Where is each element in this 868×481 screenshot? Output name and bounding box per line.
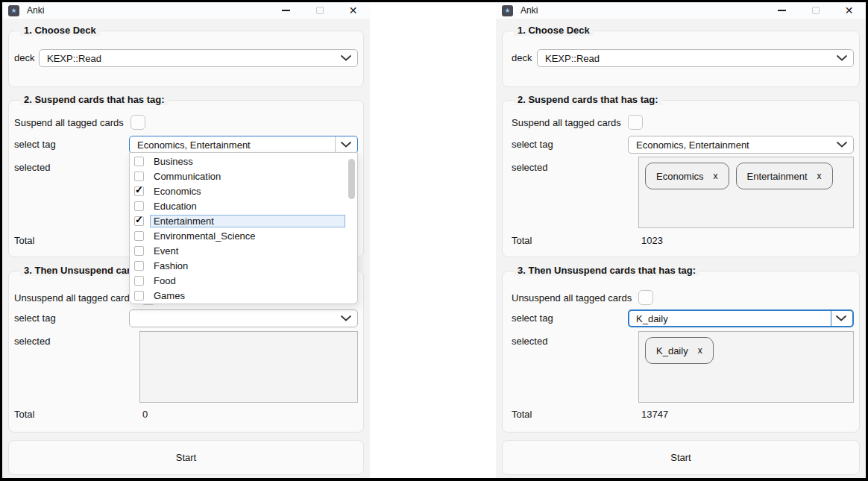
deck-combobox[interactable]: KEXP::Read (39, 49, 358, 67)
suspend-select-tag-combobox[interactable]: Economics, Entertainment (628, 136, 854, 154)
chevron-down-icon (341, 142, 351, 148)
deck-label: deck (512, 52, 532, 64)
chevron-down-icon (837, 55, 847, 61)
maximize-button[interactable] (303, 2, 336, 19)
titlebar[interactable]: ★ Anki ✕ (496, 2, 866, 19)
scrollbar-thumb[interactable] (348, 159, 355, 199)
checkbox-unchecked-icon[interactable] (134, 201, 144, 211)
anki-window-left: ★ Anki ✕ 1. Choose Deck deck KEXP::Read … (2, 2, 370, 478)
total-value: 13747 (641, 409, 668, 420)
suspend-header: 2. Suspend cards that has tag: (514, 94, 662, 105)
deck-combobox[interactable]: KEXP::Read (537, 49, 854, 67)
dropdown-item[interactable]: Fashion (130, 258, 357, 273)
chip-label: Entertainment (747, 171, 808, 182)
choose-deck-header: 1. Choose Deck (514, 25, 594, 36)
maximize-icon (316, 7, 324, 14)
suspend-all-label: Suspend all tagged cards (512, 117, 621, 128)
chip-remove-icon[interactable]: x (817, 171, 822, 181)
unsuspend-all-label: Unsuspend all tagged cards (14, 292, 134, 304)
checkbox-checked-icon[interactable]: ✓ (134, 186, 144, 196)
select-tag-label: select tag (512, 312, 553, 324)
tag-dropdown-list: Business Communication ✓ Economics Educa… (129, 152, 358, 304)
chip-label: K_daily (656, 345, 688, 356)
selected-label: selected (512, 336, 547, 348)
suspend-all-row: Suspend all tagged cards (512, 115, 643, 130)
anki-app-icon: ★ (502, 5, 513, 16)
selected-label: selected (512, 162, 547, 174)
dropdown-item[interactable]: Environmental_Science (130, 228, 357, 243)
checkbox-unchecked-icon[interactable] (134, 276, 144, 286)
suspend-select-tag-value: Economics, Entertainment (137, 139, 251, 151)
total-value: 0 (142, 409, 148, 420)
checkbox-unchecked-icon[interactable] (134, 261, 144, 271)
dropdown-item[interactable]: Communication (130, 169, 357, 183)
selected-label: selected (14, 336, 50, 348)
tag-chip[interactable]: Entertainment x (736, 163, 833, 189)
maximize-icon (812, 7, 820, 14)
close-button[interactable]: ✕ (336, 2, 370, 19)
chip-remove-icon[interactable]: x (698, 345, 702, 356)
suspend-all-row: Suspend all tagged cards (14, 115, 145, 130)
screenshot-frame: ★ Anki ✕ 1. Choose Deck deck KEXP::Read … (0, 0, 868, 481)
titlebar[interactable]: ★ Anki ✕ (2, 2, 370, 19)
minimize-button[interactable] (269, 2, 303, 19)
dropdown-item[interactable]: Games (130, 288, 357, 303)
dropdown-item[interactable]: Business (130, 154, 357, 169)
unsuspend-header: 3. Then Unsuspend cards that has tag: (514, 265, 699, 276)
anki-star-glyph: ★ (504, 7, 510, 14)
dropdown-item[interactable]: Education (130, 198, 357, 213)
minimize-icon (778, 10, 786, 11)
anki-star-glyph: ★ (10, 7, 16, 14)
start-button-label: Start (670, 452, 691, 463)
selected-label: selected (14, 162, 50, 174)
tag-chip[interactable]: K_daily x (645, 337, 714, 364)
chevron-down-icon (341, 315, 351, 321)
start-button[interactable]: Start (502, 440, 860, 475)
maximize-button[interactable] (799, 2, 832, 19)
total-label: Total (14, 235, 34, 247)
dropdown-item-highlighted[interactable]: ✓ Entertainment (130, 213, 357, 228)
deck-label: deck (14, 52, 34, 64)
suspend-select-tag-value: Economics, Entertainment (636, 139, 749, 151)
dropdown-item[interactable]: Food (130, 273, 357, 288)
chevron-down-icon (837, 142, 847, 148)
close-icon: ✕ (845, 5, 854, 16)
suspend-all-checkbox[interactable] (130, 115, 145, 130)
chip-remove-icon[interactable]: x (714, 171, 718, 181)
checkbox-unchecked-icon[interactable] (134, 231, 144, 241)
suspend-select-tag-combobox[interactable]: Economics, Entertainment (129, 136, 358, 154)
unsuspend-selected-box (139, 331, 358, 403)
unsuspend-selected-box: K_daily x (638, 331, 854, 403)
window-title: Anki (521, 5, 538, 16)
dropdown-item[interactable]: ✓ Economics (130, 183, 357, 198)
select-tag-label: select tag (512, 139, 553, 151)
window-title: Anki (27, 5, 44, 16)
checkbox-unchecked-icon[interactable] (134, 291, 144, 301)
checkbox-checked-icon[interactable]: ✓ (134, 216, 144, 226)
minimize-icon (282, 10, 290, 11)
checkbox-unchecked-icon[interactable] (134, 246, 144, 256)
total-value: 1023 (641, 235, 663, 246)
tag-chip[interactable]: Economics x (645, 163, 729, 189)
unsuspend-select-tag-combobox[interactable] (129, 309, 358, 327)
suspend-all-checkbox[interactable] (628, 115, 643, 130)
start-button-label: Start (176, 452, 196, 463)
start-button[interactable]: Start (8, 440, 364, 475)
checkbox-unchecked-icon[interactable] (134, 172, 144, 181)
checkbox-unchecked-icon[interactable] (134, 157, 144, 166)
close-button[interactable]: ✕ (832, 2, 866, 19)
titlebar-buttons: ✕ (765, 2, 866, 19)
check-icon: ✓ (135, 215, 143, 224)
minimize-button[interactable] (765, 2, 799, 19)
titlebar-buttons: ✕ (269, 2, 370, 19)
dropdown-item[interactable]: Event (130, 243, 357, 258)
desktop-background: ★ Anki ✕ 1. Choose Deck deck KEXP::Read … (2, 2, 866, 478)
select-tag-label: select tag (14, 139, 56, 151)
total-label: Total (14, 409, 34, 421)
suspend-selected-box: Economics x Entertainment x (638, 157, 854, 228)
chevron-down-icon (836, 315, 846, 321)
unsuspend-all-checkbox[interactable] (638, 290, 653, 305)
unsuspend-select-tag-combobox[interactable]: K_daily (628, 309, 854, 327)
chip-label: Economics (656, 171, 704, 182)
anki-app-icon: ★ (8, 5, 19, 16)
